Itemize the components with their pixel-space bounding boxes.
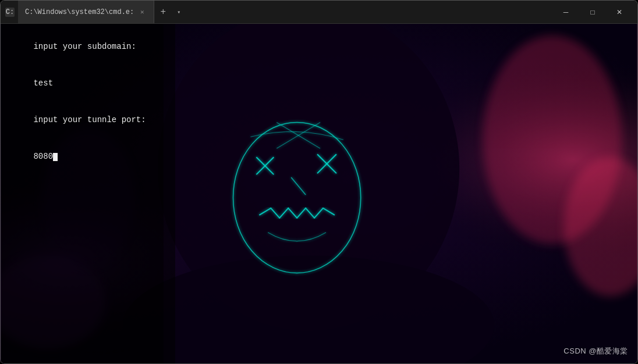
terminal-output: input your subdomain: test input your tu… <box>1 24 150 180</box>
watermark-text: CSDN @酷爱海棠 <box>563 347 628 355</box>
app-icon: C: <box>5 8 15 17</box>
active-tab[interactable]: C:\Windows\system32\cmd.e: ✕ <box>18 1 154 23</box>
tab-area: C:\Windows\system32\cmd.e: ✕ + ▾ <box>18 1 552 23</box>
tab-dropdown-button[interactable]: ▾ <box>172 3 186 21</box>
watermark: CSDN @酷爱海棠 <box>563 346 628 356</box>
cmd-window: C: C:\Windows\system32\cmd.e: ✕ + ▾ ─ □ … <box>0 0 638 364</box>
close-button[interactable]: ✕ <box>606 1 633 24</box>
terminal-line2: test <box>33 78 53 88</box>
terminal-body[interactable]: input your subdomain: test input your tu… <box>1 24 637 363</box>
terminal-line3: input your tunnle port: <box>33 115 146 124</box>
maximize-button[interactable]: □ <box>579 1 606 24</box>
window-controls: ─ □ ✕ <box>552 1 633 24</box>
terminal-line1: input your subdomain: <box>33 42 136 51</box>
tab-title: C:\Windows\system32\cmd.e: <box>25 8 134 16</box>
terminal-cursor <box>53 153 58 161</box>
titlebar: C: C:\Windows\system32\cmd.e: ✕ + ▾ ─ □ … <box>1 1 637 24</box>
new-tab-button[interactable]: + <box>154 3 172 21</box>
tab-close-button[interactable]: ✕ <box>137 8 147 17</box>
minimize-button[interactable]: ─ <box>552 1 579 24</box>
terminal-line4: 8080 <box>33 152 53 161</box>
